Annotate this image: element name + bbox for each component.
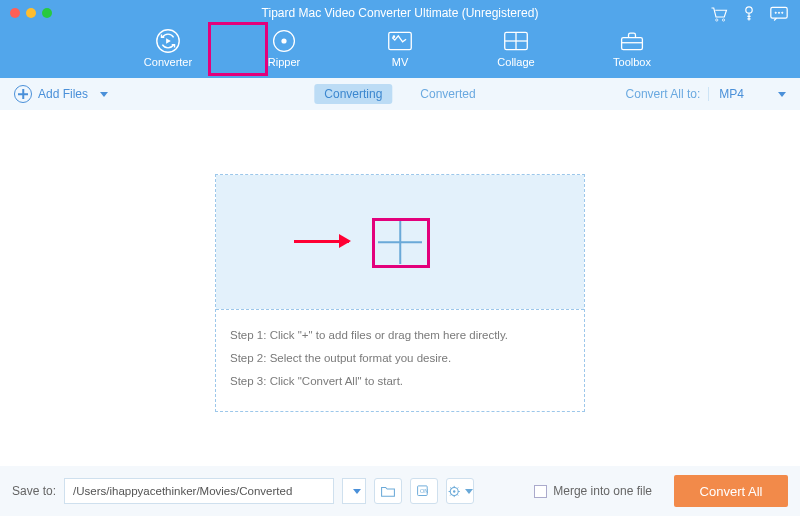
close-window-button[interactable] — [10, 8, 20, 18]
tab-converting[interactable]: Converting — [314, 84, 392, 104]
svg-point-20 — [453, 490, 455, 492]
merge-label: Merge into one file — [553, 484, 652, 498]
nav-label: Toolbox — [602, 56, 662, 68]
svg-point-11 — [393, 35, 396, 38]
save-to-label: Save to: — [12, 484, 56, 498]
app-header: Tipard Mac Video Converter Ultimate (Unr… — [0, 0, 800, 78]
convert-all-button[interactable]: Convert All — [674, 475, 788, 507]
maximize-window-button[interactable] — [42, 8, 52, 18]
main-area: Step 1: Click "+" to add files or drag t… — [0, 110, 800, 466]
settings-button[interactable] — [446, 478, 474, 504]
sub-toolbar: Add Files Converting Converted Convert A… — [0, 78, 800, 110]
add-files-button[interactable]: Add Files — [14, 85, 108, 103]
key-icon[interactable] — [742, 6, 756, 26]
chevron-down-icon — [778, 92, 786, 97]
save-path-dropdown[interactable] — [342, 478, 366, 504]
output-format-select[interactable]: MP4 — [708, 87, 786, 101]
minimize-window-button[interactable] — [26, 8, 36, 18]
drop-box: Step 1: Click "+" to add files or drag t… — [215, 174, 585, 412]
add-file-plus-icon[interactable] — [378, 220, 422, 264]
plus-circle-icon — [14, 85, 32, 103]
drop-zone[interactable] — [216, 175, 584, 309]
annotation-arrow — [294, 240, 349, 243]
nav-label: MV — [370, 56, 430, 68]
cart-icon[interactable] — [710, 6, 728, 26]
feedback-icon[interactable] — [770, 6, 788, 26]
svg-point-5 — [778, 12, 779, 13]
nav-collage[interactable]: Collage — [486, 26, 546, 68]
svg-point-2 — [746, 7, 752, 13]
app-title: Tipard Mac Video Converter Ultimate (Unr… — [0, 0, 800, 20]
status-tabs: Converting Converted — [314, 84, 485, 104]
format-value: MP4 — [719, 87, 744, 101]
svg-point-4 — [775, 12, 776, 13]
chevron-down-icon — [353, 489, 361, 494]
svg-point-0 — [716, 19, 718, 21]
svg-rect-15 — [622, 38, 643, 50]
main-nav: Converter Ripper MV Collage Toolbox — [0, 26, 800, 68]
nav-label: Converter — [138, 56, 198, 68]
nav-mv[interactable]: MV — [370, 26, 430, 68]
step-1: Step 1: Click "+" to add files or drag t… — [230, 324, 570, 347]
step-3: Step 3: Click "Convert All" to start. — [230, 370, 570, 393]
svg-point-6 — [782, 12, 783, 13]
instructions: Step 1: Click "+" to add files or drag t… — [216, 309, 584, 411]
bottom-bar: Save to: ON Merge into one file Convert … — [0, 466, 800, 516]
svg-point-1 — [722, 19, 724, 21]
nav-toolbox[interactable]: Toolbox — [602, 26, 662, 68]
nav-label: Collage — [486, 56, 546, 68]
add-files-label: Add Files — [38, 87, 88, 101]
step-2: Step 2: Select the output format you des… — [230, 347, 570, 370]
checkbox-icon — [534, 485, 547, 498]
nav-label: Ripper — [254, 56, 314, 68]
save-path-input[interactable] — [64, 478, 334, 504]
gpu-accel-button[interactable]: ON — [410, 478, 438, 504]
merge-checkbox[interactable]: Merge into one file — [534, 484, 652, 498]
chevron-down-icon[interactable] — [100, 92, 108, 97]
nav-converter[interactable]: Converter — [138, 26, 198, 68]
svg-rect-10 — [389, 32, 412, 49]
chevron-down-icon — [465, 489, 473, 494]
window-controls — [10, 8, 52, 18]
convert-all-to-label: Convert All to: — [626, 87, 701, 101]
svg-text:ON: ON — [420, 488, 428, 494]
open-folder-button[interactable] — [374, 478, 402, 504]
nav-ripper[interactable]: Ripper — [254, 26, 314, 68]
tab-converted[interactable]: Converted — [410, 84, 485, 104]
svg-point-9 — [281, 38, 286, 43]
